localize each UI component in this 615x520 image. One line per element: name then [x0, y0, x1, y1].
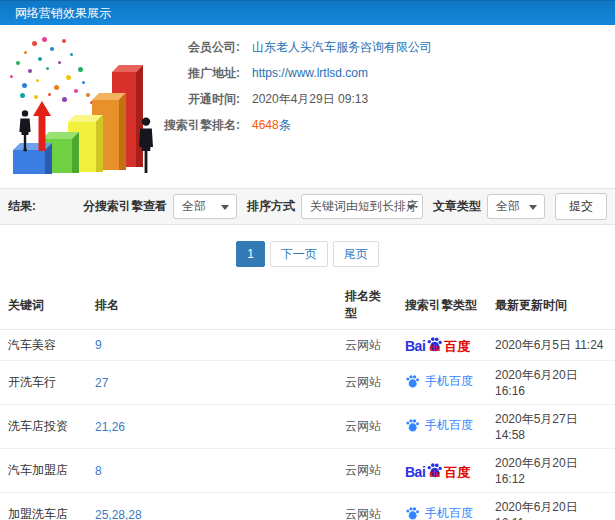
submit-button[interactable]: 提交 [555, 193, 607, 220]
engine-filter-select[interactable]: 全部 [173, 194, 237, 219]
baidu-paw-icon [405, 418, 420, 433]
sort-label: 排序方式 [247, 198, 295, 215]
header-engine-type: 搜索引擎类型 [397, 281, 487, 330]
rank-cell[interactable]: 21,26 [87, 405, 337, 449]
results-table-body: 汽车美容9云网站 Bai du 百度 2020年6月5日 11:24开洗车行27… [0, 330, 615, 520]
info-section: 会员公司: 山东老人头汽车服务咨询有限公司 推广地址: https://www.… [0, 25, 615, 188]
sort-select[interactable]: 关键词由短到长排序 [301, 194, 423, 219]
table-row: 洗车店投资21,26云网站 手机百度 2020年5月27日 14:58 [0, 405, 615, 449]
rank-cell[interactable]: 8 [87, 449, 337, 493]
rank-type-cell: 云网站 [337, 449, 397, 493]
open-time-value: 2020年4月29日 09:13 [252, 91, 368, 108]
page-header: 网络营销效果展示 [0, 0, 615, 25]
rank-cell[interactable]: 27 [87, 361, 337, 405]
company-label: 会员公司: [152, 39, 240, 56]
rank-type-cell: 云网站 [337, 330, 397, 361]
baidu-paw-icon: du [426, 462, 443, 479]
table-row: 开洗车行27云网站 手机百度 2020年6月20日 16:16 [0, 361, 615, 405]
info-row-url: 推广地址: https://www.lrtlsd.com [152, 60, 612, 86]
open-time-label: 开通时间: [152, 91, 240, 108]
updated-cell: 2020年6月20日 16:12 [487, 449, 615, 493]
businessman-figure-left [17, 110, 33, 155]
promo-url-label: 推广地址: [152, 65, 240, 82]
updated-cell: 2020年6月20日 16:16 [487, 361, 615, 405]
engine-cell: 手机百度 [397, 405, 487, 449]
page-title: 网络营销效果展示 [15, 6, 111, 20]
baidu-pc-logo: Bai du 百度 [405, 336, 470, 353]
rank-type-cell: 云网站 [337, 493, 397, 520]
header-keyword: 关键词 [0, 281, 87, 330]
chevron-down-icon [221, 205, 229, 210]
rank-count-unit: 条 [279, 118, 291, 132]
rank-count-label: 搜索引擎排名: [152, 117, 240, 134]
engine-cell: 手机百度 [397, 493, 487, 520]
member-info: 会员公司: 山东老人头汽车服务咨询有限公司 推广地址: https://www.… [152, 34, 612, 138]
baidu-mobile-logo: 手机百度 [405, 417, 473, 434]
keyword-cell: 加盟洗车店 [0, 493, 87, 520]
engine-cell: Bai du 百度 [397, 330, 487, 361]
info-row-rank-count: 搜索引擎排名: 4648条 [152, 112, 612, 138]
businessman-figure-right [136, 117, 156, 177]
info-row-company: 会员公司: 山东老人头汽车服务咨询有限公司 [152, 34, 612, 60]
chevron-down-icon [529, 205, 537, 210]
rank-type-cell: 云网站 [337, 361, 397, 405]
last-page-button[interactable]: 尾页 [333, 241, 379, 267]
page-1-button[interactable]: 1 [236, 241, 265, 267]
baidu-mobile-logo: 手机百度 [405, 373, 473, 390]
marketing-report-page: 网络营销效果展示 [0, 0, 615, 520]
baidu-paw-icon: du [426, 336, 443, 353]
header-rank: 排名 [87, 281, 337, 330]
engine-filter-label: 分搜索引擎查看 [83, 198, 167, 215]
pagination: 1 下一页 尾页 [0, 241, 615, 267]
results-table: 关键词 排名 排名类型 搜索引擎类型 最新更新时间 汽车美容9云网站 Bai d… [0, 281, 615, 520]
header-rank-type: 排名类型 [337, 281, 397, 330]
article-type-label: 文章类型 [433, 198, 481, 215]
updated-cell: 2020年6月5日 11:24 [487, 330, 615, 361]
rank-cell[interactable]: 25,28,28 [87, 493, 337, 520]
keyword-cell: 汽车加盟店 [0, 449, 87, 493]
chevron-down-icon [407, 205, 415, 210]
next-page-button[interactable]: 下一页 [270, 241, 328, 267]
promo-url-link[interactable]: https://www.lrtlsd.com [252, 66, 368, 80]
baidu-mobile-logo: 手机百度 [405, 505, 473, 520]
engine-cell: 手机百度 [397, 361, 487, 405]
rank-cell[interactable]: 9 [87, 330, 337, 361]
table-row: 加盟洗车店25,28,28云网站 手机百度 2020年6月20日 16:11 [0, 493, 615, 520]
keyword-cell: 开洗车行 [0, 361, 87, 405]
rank-count-number: 4648 [252, 118, 279, 132]
baidu-paw-icon [405, 374, 420, 389]
rank-type-cell: 云网站 [337, 405, 397, 449]
updated-cell: 2020年6月20日 16:11 [487, 493, 615, 520]
baidu-pc-logo: Bai du 百度 [405, 462, 470, 479]
growth-arrow-icon [33, 101, 51, 154]
filter-bar: 结果: 分搜索引擎查看 全部 排序方式 关键词由短到长排序 文章类型 全部 提交 [0, 188, 615, 225]
table-header-row: 关键词 排名 排名类型 搜索引擎类型 最新更新时间 [0, 281, 615, 330]
header-updated: 最新更新时间 [487, 281, 615, 330]
keyword-cell: 洗车店投资 [0, 405, 87, 449]
result-label: 结果: [8, 198, 36, 215]
baidu-paw-icon [405, 506, 420, 520]
table-row: 汽车加盟店8云网站 Bai du 百度 2020年6月20日 16:12 [0, 449, 615, 493]
updated-cell: 2020年5月27日 14:58 [487, 405, 615, 449]
keyword-cell: 汽车美容 [0, 330, 87, 361]
company-link[interactable]: 山东老人头汽车服务咨询有限公司 [252, 39, 432, 56]
info-row-open-time: 开通时间: 2020年4月29日 09:13 [152, 86, 612, 112]
article-type-select[interactable]: 全部 [487, 194, 545, 219]
engine-cell: Bai du 百度 [397, 449, 487, 493]
table-row: 汽车美容9云网站 Bai du 百度 2020年6月5日 11:24 [0, 330, 615, 361]
rank-count-value: 4648条 [252, 117, 291, 134]
